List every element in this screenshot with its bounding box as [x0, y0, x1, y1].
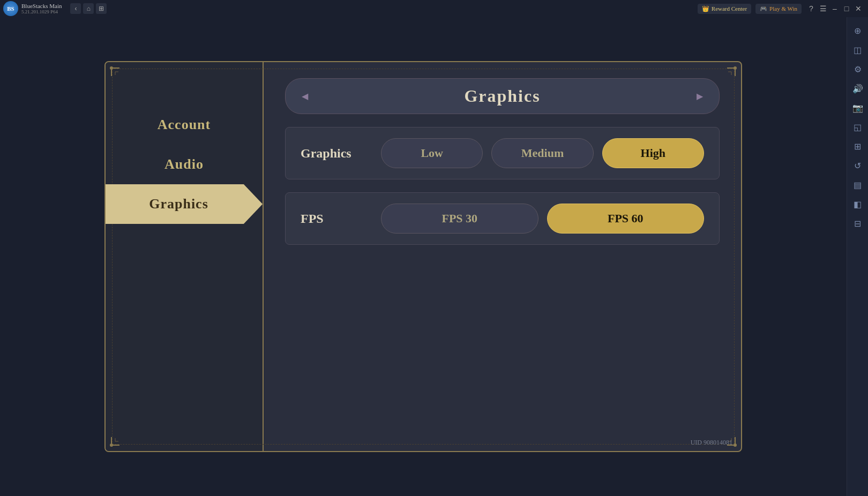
- uid-display: UID 908014081: [691, 439, 732, 447]
- corner-decoration-tr: [716, 65, 738, 87]
- titlebar-right: 👑 Reward Center 🎮 Play & Win ? ☰ – □ ✕: [698, 3, 864, 14]
- home-button[interactable]: ⌂: [83, 3, 94, 14]
- titlebar: BS BlueStacks Main 5.21.201.1029 P64 ‹ ⌂…: [0, 0, 868, 17]
- main-area: Account Audio Graphics ◀ Graphics ▶ Grap…: [0, 17, 847, 496]
- graphics-label: Graphics: [301, 146, 370, 161]
- fps60-button[interactable]: FPS 60: [547, 204, 705, 234]
- titlebar-nav: ‹ ⌂ ⊞: [70, 3, 107, 14]
- fps-options: FPS 30 FPS 60: [381, 204, 704, 234]
- panel-title: Graphics: [464, 86, 540, 106]
- low-quality-button[interactable]: Low: [381, 138, 483, 168]
- corner-decoration-bl: [109, 426, 130, 448]
- header-arrow-left[interactable]: ◀: [302, 91, 308, 101]
- high-quality-button[interactable]: High: [602, 138, 704, 168]
- sidebar-icon-display[interactable]: ⊟: [849, 214, 867, 232]
- svg-point-0: [110, 66, 113, 70]
- window-controls: ? ☰ – □ ✕: [806, 3, 864, 14]
- left-nav: Account Audio Graphics: [106, 62, 264, 451]
- sidebar-icon-apps[interactable]: ◫: [849, 41, 867, 59]
- app-logo: BS: [3, 1, 18, 16]
- sidebar-icon-gamepad[interactable]: ⊞: [849, 137, 867, 155]
- graphics-quality-row: Graphics Low Medium High: [285, 127, 720, 179]
- graphics-options: Low Medium High: [381, 138, 704, 168]
- sidebar-icon-chart[interactable]: ▤: [849, 176, 867, 194]
- right-content: ◀ Graphics ▶ Graphics Low Medium High FP…: [264, 62, 741, 451]
- header-bar: ◀ Graphics ▶: [285, 78, 720, 114]
- play-win-button[interactable]: 🎮 Play & Win: [755, 4, 802, 14]
- settings-panel: Account Audio Graphics ◀ Graphics ▶ Grap…: [104, 61, 742, 452]
- sidebar-icon-volume[interactable]: 🔊: [849, 79, 867, 97]
- svg-point-1: [734, 66, 737, 70]
- minimize-button[interactable]: –: [829, 3, 840, 14]
- sidebar-icon-config[interactable]: ◧: [849, 195, 867, 213]
- back-button[interactable]: ‹: [70, 3, 81, 14]
- nav-item-audio[interactable]: Audio: [106, 145, 263, 184]
- corner-decoration-tl: [109, 65, 130, 87]
- svg-point-3: [734, 444, 737, 447]
- nav-item-account[interactable]: Account: [106, 105, 263, 145]
- right-sidebar: ⊕ ◫ ⚙ 🔊 📷 ◱ ⊞ ↺ ▤ ◧ ⊟: [847, 17, 868, 496]
- maximize-button[interactable]: □: [841, 3, 852, 14]
- nav-item-graphics[interactable]: Graphics: [106, 184, 263, 224]
- fps-row: FPS FPS 30 FPS 60: [285, 192, 720, 245]
- help-button[interactable]: ?: [806, 3, 817, 14]
- medium-quality-button[interactable]: Medium: [491, 138, 593, 168]
- header-arrow-right[interactable]: ▶: [697, 91, 703, 101]
- sidebar-icon-home[interactable]: ⊕: [849, 21, 867, 40]
- fps-label: FPS: [301, 212, 370, 226]
- settings-button[interactable]: ☰: [818, 3, 828, 14]
- play-win-icon: 🎮: [760, 5, 767, 12]
- svg-point-2: [110, 444, 113, 447]
- reward-center-button[interactable]: 👑 Reward Center: [698, 4, 751, 14]
- reward-icon: 👑: [702, 5, 709, 12]
- sidebar-icon-refresh[interactable]: ↺: [849, 156, 867, 175]
- app-name: BlueStacks Main 5.21.201.1029 P64: [21, 3, 66, 14]
- sidebar-icon-camera[interactable]: 📷: [849, 99, 867, 117]
- close-button[interactable]: ✕: [853, 3, 864, 14]
- history-button[interactable]: ⊞: [96, 3, 107, 14]
- sidebar-icon-folder[interactable]: ◱: [849, 118, 867, 136]
- fps30-button[interactable]: FPS 30: [381, 204, 538, 234]
- sidebar-icon-settings[interactable]: ⚙: [849, 60, 867, 78]
